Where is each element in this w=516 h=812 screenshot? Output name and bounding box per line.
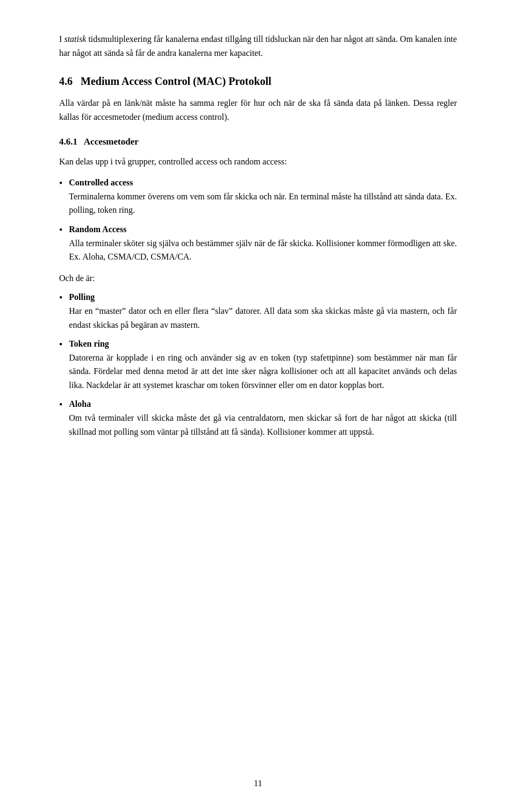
section-number: 4.6 [59, 75, 73, 87]
section-heading: 4.6 Medium Access Control (MAC) Protokol… [59, 73, 457, 90]
secondary-bullet-list: • Polling Har en “master” dator och en e… [59, 290, 457, 439]
bullet-desc: Datorerna är kopplade i en ring och anvä… [69, 351, 457, 392]
bullet-title: Controlled access [69, 178, 133, 187]
bullet-title: Token ring [69, 339, 109, 348]
list-item: • Polling Har en “master” dator och en e… [59, 290, 457, 332]
intro-paragraph: I statisk tidsmultiplexering får kanaler… [59, 32, 457, 60]
subsection-title: Accesmetoder [84, 136, 139, 147]
section-body: Alla värdar på en länk/nät måste ha samm… [59, 96, 457, 124]
bullet-title-random-access: Random Access [69, 225, 126, 234]
page: I statisk tidsmultiplexering får kanaler… [0, 0, 516, 812]
bullet-title: Polling [69, 292, 95, 301]
italic-static: statisk [64, 34, 86, 44]
list-item: • Token ring Datorerna är kopplade i en … [59, 337, 457, 392]
bullet-dot: • [59, 223, 62, 238]
page-number: 11 [254, 777, 262, 791]
and-they-are-text: Och de är: [59, 271, 457, 285]
bullet-content: Random Access Alla terminaler sköter sig… [69, 222, 457, 264]
bullet-content: Polling Har en “master” dator och en ell… [69, 290, 457, 332]
list-item: • Random Access Alla terminaler sköter s… [59, 222, 457, 264]
bullet-dot: • [59, 337, 62, 352]
subsection-intro: Kan delas upp i två grupper, controlled … [59, 155, 457, 169]
section-title: Medium Access Control (MAC) Protokoll [81, 75, 271, 87]
main-bullet-list: • Controlled access Terminalerna kommer … [59, 176, 457, 264]
list-item: • Controlled access Terminalerna kommer … [59, 176, 457, 217]
bullet-desc: Har en “master” dator och en eller flera… [69, 304, 457, 332]
bullet-content: Aloha Om två terminaler vill skicka måst… [69, 397, 457, 439]
bullet-title: Aloha [69, 399, 91, 408]
bullet-desc: Alla terminaler sköter sig själva och be… [69, 236, 457, 264]
bullet-dot: • [59, 291, 62, 305]
list-item: • Aloha Om två terminaler vill skicka må… [59, 397, 457, 439]
subsection-number: 4.6.1 [59, 136, 77, 147]
subsection-heading: 4.6.1 Accesmetoder [59, 134, 457, 149]
bullet-dot: • [59, 176, 62, 191]
bullet-content: Controlled access Terminalerna kommer öv… [69, 176, 457, 217]
bullet-desc: Terminalerna kommer överens om vem som f… [69, 190, 457, 217]
bullet-content: Token ring Datorerna är kopplade i en ri… [69, 337, 457, 392]
bullet-dot: • [59, 398, 62, 412]
bullet-desc: Om två terminaler vill skicka måste det … [69, 411, 457, 439]
